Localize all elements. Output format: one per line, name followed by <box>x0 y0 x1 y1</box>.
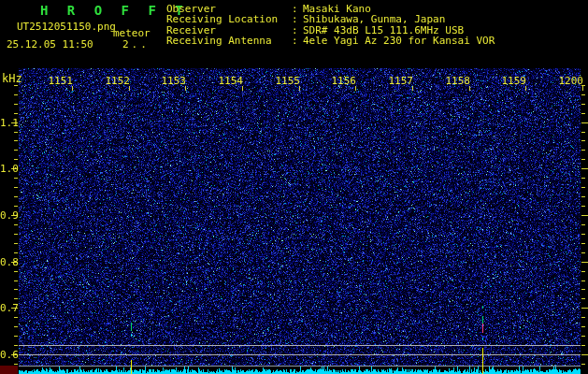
frame-datetime: 25.12.05 11:50 <box>7 38 93 50</box>
time-tick-label: 1152 <box>102 75 130 87</box>
hrofft-screen: H R O F F T UT2512051150.png meteor 25.1… <box>0 0 588 374</box>
info-label: Receiving Antenna <box>166 36 292 46</box>
time-tick-label: 1157 <box>385 75 413 87</box>
time-tick-label: 1156 <box>328 75 356 87</box>
time-tick-label: 1151 <box>45 75 73 87</box>
time-tick-label: 1200 <box>555 75 583 87</box>
time-tick-label: 1153 <box>158 75 186 87</box>
freq-tick-label: 0.6 <box>0 349 14 361</box>
echo-counter: 2.. <box>122 38 150 50</box>
freq-tick-label: 0.7 <box>0 302 14 314</box>
station-info-block: Observer:Masaki Kano Receiving Location:… <box>166 4 495 47</box>
time-tick-label: 1158 <box>442 75 470 87</box>
freq-tick-label: 1.1 <box>0 117 14 129</box>
freq-tick-label: 0.8 <box>0 256 14 268</box>
freq-tick-label: 0.9 <box>0 209 14 222</box>
time-tick-label: 1154 <box>215 75 243 87</box>
y-axis-unit-label: kHz <box>2 72 22 85</box>
info-value: 4ele Yagi Az 230 for Kansai VOR <box>303 35 495 47</box>
spectrogram-canvas <box>0 0 588 374</box>
freq-tick-label: 1.0 <box>0 163 14 175</box>
time-tick-label: 1155 <box>272 75 300 87</box>
info-separator: : <box>292 36 303 46</box>
time-tick-label: 1159 <box>498 75 526 87</box>
capture-filename: UT2512051150.png <box>17 21 116 33</box>
info-row-antenna: Receiving Antenna:4ele Yagi Az 230 for K… <box>166 36 495 46</box>
